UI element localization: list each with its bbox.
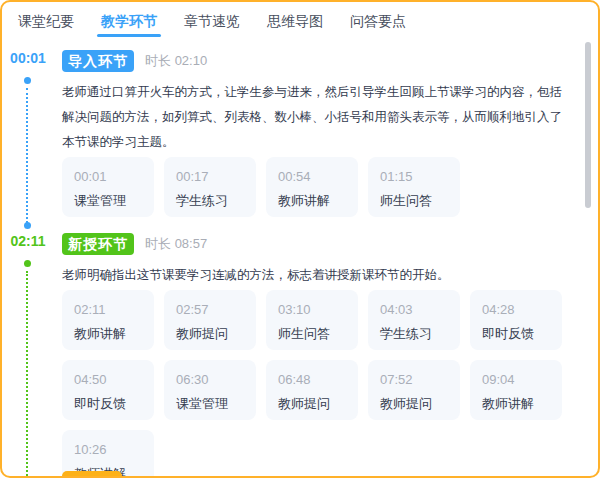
event-card[interactable]: 04:28 即时反馈: [470, 290, 562, 350]
segment-duration: 时长 02:10: [145, 52, 207, 70]
event-card[interactable]: 00:01 课堂管理: [62, 157, 154, 217]
event-time: 07:52: [380, 372, 448, 387]
event-label: 师生问答: [380, 192, 448, 210]
event-time: 06:48: [278, 372, 346, 387]
event-card[interactable]: 09:04 教师讲解: [470, 360, 562, 420]
segment-start-time[interactable]: 02:11: [2, 233, 54, 249]
event-card[interactable]: 02:11 教师讲解: [62, 290, 154, 350]
segment-rail: 00:01: [2, 50, 62, 217]
event-card[interactable]: 04:50 即时反馈: [62, 360, 154, 420]
event-label: 教师提问: [278, 395, 346, 413]
event-time: 02:57: [176, 302, 244, 317]
event-time: 03:10: [278, 302, 346, 317]
event-time: 00:17: [176, 169, 244, 184]
event-card[interactable]: 06:48 教师提问: [266, 360, 358, 420]
event-label: 即时反馈: [482, 325, 550, 343]
tab-1[interactable]: 教学环节: [101, 13, 157, 37]
event-label: 学生练习: [176, 192, 244, 210]
segment-header: 新授环节 时长 08:57: [62, 233, 570, 255]
event-label: 教师提问: [380, 395, 448, 413]
event-time: 02:11: [74, 302, 142, 317]
segment-description: 老师明确指出这节课要学习连减的方法，标志着讲授新课环节的开始。: [62, 263, 570, 288]
duration-prefix: 时长: [145, 236, 171, 251]
event-card-grid: 02:11 教师讲解 02:57 教师提问 03:10 师生问答 04:03 学…: [62, 290, 570, 478]
scrollbar-thumb[interactable]: [585, 42, 591, 208]
segment-rail: 02:11: [2, 233, 62, 478]
event-label: 课堂管理: [176, 395, 244, 413]
event-time: 00:01: [74, 169, 142, 184]
segment-start-time[interactable]: 00:01: [2, 50, 54, 66]
event-time: 04:03: [380, 302, 448, 317]
segment-section: 02:11 新授环节 时长 08:57 老师明确指出这节课要学习连减的方法，标志…: [2, 233, 598, 478]
event-card[interactable]: 02:57 教师提问: [164, 290, 256, 350]
event-card[interactable]: 04:03 学生练习: [368, 290, 460, 350]
event-time: 01:15: [380, 169, 448, 184]
event-label: 教师讲解: [482, 395, 550, 413]
tab-bar: 课堂纪要教学环节章节速览思维导图问答要点: [2, 2, 598, 37]
timeline-dotted-line: [26, 88, 28, 227]
duration-value: 02:10: [175, 53, 208, 68]
duration-prefix: 时长: [145, 53, 171, 68]
next-segment-badge-peek: [62, 471, 122, 476]
tab-0[interactable]: 课堂纪要: [18, 13, 74, 37]
segment-badge: 导入环节: [62, 50, 134, 72]
event-time: 04:28: [482, 302, 550, 317]
segment-body: 新授环节 时长 08:57 老师明确指出这节课要学习连减的方法，标志着讲授新课环…: [62, 233, 598, 478]
event-label: 课堂管理: [74, 192, 142, 210]
event-card[interactable]: 07:52 教师提问: [368, 360, 460, 420]
event-label: 教师讲解: [278, 192, 346, 210]
event-label: 教师提问: [176, 325, 244, 343]
event-label: 学生练习: [380, 325, 448, 343]
event-card[interactable]: 00:17 学生练习: [164, 157, 256, 217]
tab-2[interactable]: 章节速览: [184, 13, 240, 37]
timeline-dot-icon: [24, 77, 31, 84]
event-card[interactable]: 01:15 师生问答: [368, 157, 460, 217]
event-label: 教师讲解: [74, 325, 142, 343]
segment-body: 导入环节 时长 02:10 老师通过口算开火车的方式，让学生参与进来，然后引导学…: [62, 50, 598, 217]
tab-4[interactable]: 问答要点: [350, 13, 406, 37]
event-label: 师生问答: [278, 325, 346, 343]
timeline-dotted-line: [26, 271, 28, 478]
event-card-grid: 00:01 课堂管理 00:17 学生练习 00:54 教师讲解 01:15 师…: [62, 157, 570, 217]
tab-3[interactable]: 思维导图: [267, 13, 323, 37]
event-time: 04:50: [74, 372, 142, 387]
segment-duration: 时长 08:57: [145, 235, 207, 253]
event-time: 09:04: [482, 372, 550, 387]
event-time: 06:30: [176, 372, 244, 387]
segment-timeline: 00:01 导入环节 时长 02:10 老师通过口算开火车的方式，让学生参与进来…: [2, 37, 598, 478]
segment-badge: 新授环节: [62, 233, 134, 255]
timeline-dot-icon: [24, 222, 31, 229]
duration-value: 08:57: [175, 236, 208, 251]
event-label: 即时反馈: [74, 395, 142, 413]
event-card[interactable]: 00:54 教师讲解: [266, 157, 358, 217]
segment-description: 老师通过口算开火车的方式，让学生参与进来，然后引导学生回顾上节课学习的内容，包括…: [62, 80, 570, 155]
segment-section: 00:01 导入环节 时长 02:10 老师通过口算开火车的方式，让学生参与进来…: [2, 50, 598, 217]
event-time: 10:26: [74, 442, 142, 457]
timeline-dot-icon: [24, 260, 31, 267]
teaching-segments-panel: 课堂纪要教学环节章节速览思维导图问答要点 00:01 导入环节 时长 02:10…: [0, 0, 600, 478]
event-time: 00:54: [278, 169, 346, 184]
segment-header: 导入环节 时长 02:10: [62, 50, 570, 72]
event-card[interactable]: 03:10 师生问答: [266, 290, 358, 350]
event-card[interactable]: 06:30 课堂管理: [164, 360, 256, 420]
